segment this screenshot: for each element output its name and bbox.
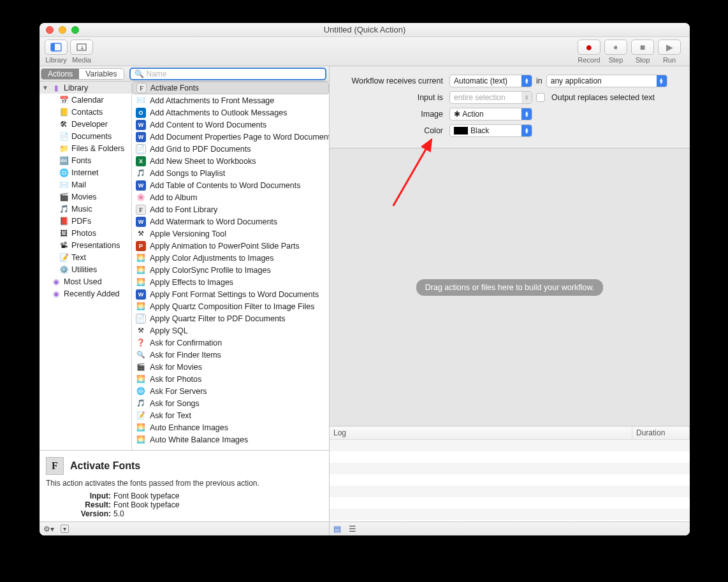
- smart-folder[interactable]: ◉Recently Added: [40, 287, 131, 300]
- category-item[interactable]: ✉️Mail: [40, 178, 131, 191]
- category-item[interactable]: 🔤Fonts: [40, 154, 131, 166]
- log-body: [330, 440, 690, 521]
- category-item[interactable]: 📽Presentations: [40, 239, 131, 251]
- action-item[interactable]: 🎵 Ask for Songs: [132, 397, 329, 409]
- action-item[interactable]: 🌅 Apply Color Adjustments to Images: [132, 252, 329, 264]
- action-icon: 🌸: [136, 193, 146, 203]
- action-icon: 🔍: [136, 350, 146, 360]
- tab-actions[interactable]: Actions: [41, 69, 79, 79]
- action-item[interactable]: 🎬 Ask for Movies: [132, 361, 329, 373]
- action-item[interactable]: P Apply Animation to PowerPoint Slide Pa…: [132, 240, 329, 252]
- action-item[interactable]: 🎵 Add Songs to Playlist: [132, 167, 329, 179]
- run-button[interactable]: ▶: [658, 40, 681, 55]
- media-label: Media: [70, 56, 93, 64]
- category-item[interactable]: 📅Calendar: [40, 94, 131, 106]
- category-item[interactable]: 🌐Internet: [40, 166, 131, 178]
- category-item[interactable]: 📒Contacts: [40, 106, 131, 118]
- action-item[interactable]: F Add to Font Library: [132, 203, 329, 215]
- action-label: Apply Effects to Images: [150, 278, 233, 287]
- duration-col-header[interactable]: Duration: [632, 426, 690, 439]
- action-icon: 📄: [136, 314, 146, 324]
- category-item[interactable]: 📕PDFs: [40, 215, 131, 227]
- action-item[interactable]: 🌅 Ask for Photos: [132, 373, 329, 385]
- record-button[interactable]: ●: [578, 40, 601, 55]
- category-item[interactable]: 🖼Photos: [40, 227, 131, 239]
- action-label: Apply Animation to PowerPoint Slide Part…: [150, 242, 300, 251]
- category-item[interactable]: 📝Text: [40, 251, 131, 263]
- action-item[interactable]: F Activate Fonts: [132, 82, 329, 94]
- search-field[interactable]: 🔍 Name: [129, 68, 327, 80]
- details-desc: This action activates the fonts passed f…: [46, 479, 323, 488]
- category-item[interactable]: 🛠Developer: [40, 118, 131, 130]
- action-details: F Activate Fonts This action activates t…: [40, 450, 329, 521]
- category-icon: 📅: [59, 95, 69, 105]
- category-item[interactable]: 🎬Movies: [40, 191, 131, 203]
- category-item[interactable]: ⚙️Utilities: [40, 263, 131, 275]
- action-label: Apply Color Adjustments to Images: [150, 254, 274, 263]
- action-label: Activate Fonts: [150, 84, 199, 92]
- action-item[interactable]: W Add Content to Word Documents: [132, 119, 329, 131]
- workflow-view-icon[interactable]: ▤: [333, 524, 341, 534]
- workflow-canvas[interactable]: Drag actions or files here to build your…: [330, 149, 690, 426]
- action-item[interactable]: 📄 Add Grid to PDF Documents: [132, 143, 329, 155]
- step-button[interactable]: ➧: [604, 40, 627, 55]
- action-label: Add Attachments to Front Message: [150, 96, 274, 105]
- log-col-header[interactable]: Log: [330, 426, 632, 439]
- action-item[interactable]: 🌅 Auto Enhance Images: [132, 421, 329, 433]
- action-item[interactable]: 🔍 Ask for Finder Items: [132, 349, 329, 361]
- log-view-icon[interactable]: ☰: [349, 524, 356, 534]
- action-item[interactable]: 🌅 Auto White Balance Images: [132, 433, 329, 446]
- action-icon: 📄: [136, 144, 146, 154]
- action-item[interactable]: ✉️ Add Attachments to Front Message: [132, 94, 329, 106]
- action-icon: P: [136, 241, 146, 251]
- tab-variables[interactable]: Variables: [79, 69, 123, 79]
- gear-menu-icon[interactable]: ⚙︎▾: [43, 525, 54, 534]
- toggle-details-icon[interactable]: ▾: [61, 525, 69, 533]
- library-tabs: Actions Variables: [41, 68, 124, 80]
- input-is-label: Input is: [337, 93, 446, 102]
- action-item[interactable]: X Add New Sheet to Workbooks: [132, 155, 329, 167]
- action-item[interactable]: 📝 Ask for Text: [132, 409, 329, 421]
- action-item[interactable]: W Add Watermark to Word Documents: [132, 215, 329, 228]
- toggle-library-button[interactable]: [45, 40, 68, 55]
- action-item[interactable]: 🌐 Ask For Servers: [132, 385, 329, 397]
- action-item[interactable]: ❓ Ask for Confirmation: [132, 337, 329, 349]
- action-item[interactable]: 📄 Apply Quartz Filter to PDF Documents: [132, 312, 329, 324]
- action-icon: W: [136, 289, 146, 300]
- category-library-header[interactable]: ▼ ▮ Library: [40, 82, 131, 94]
- action-item[interactable]: 🌸 Add to Album: [132, 191, 329, 203]
- action-icon: ❓: [136, 338, 146, 348]
- image-select[interactable]: ✱ Action▴▾: [449, 108, 532, 120]
- color-select[interactable]: Black▴▾: [449, 124, 532, 137]
- image-label: Image: [337, 110, 446, 119]
- right-footer: ▤ ☰: [330, 521, 690, 535]
- action-icon: 🎬: [136, 362, 146, 372]
- category-icon: 🛠: [59, 119, 69, 129]
- action-icon: X: [136, 156, 146, 166]
- action-item[interactable]: ⚒ Apple Versioning Tool: [132, 228, 329, 240]
- category-icon: 📽: [59, 240, 69, 251]
- action-item[interactable]: W Add Document Properties Page to Word D…: [132, 131, 329, 143]
- action-item[interactable]: 🌅 Apply ColorSync Profile to Images: [132, 264, 329, 276]
- color-swatch: [454, 127, 468, 135]
- smart-folder[interactable]: ◉Most Used: [40, 275, 131, 287]
- action-item[interactable]: W Apply Font Format Settings to Word Doc…: [132, 288, 329, 300]
- category-list[interactable]: ▼ ▮ Library 📅Calendar 📒Contacts 🛠Develop…: [40, 82, 132, 450]
- action-item[interactable]: ⚒ Apply SQL: [132, 324, 329, 337]
- toggle-media-button[interactable]: [70, 40, 93, 55]
- category-item[interactable]: 📄Documents: [40, 130, 131, 142]
- action-label: Add to Font Library: [150, 205, 217, 214]
- stop-button[interactable]: ■: [631, 40, 654, 55]
- action-item[interactable]: 🌅 Apply Quartz Composition Filter to Ima…: [132, 300, 329, 312]
- output-replaces-checkbox[interactable]: [536, 93, 545, 102]
- receives-select[interactable]: Automatic (text)▴▾: [449, 75, 532, 87]
- category-item[interactable]: 🎵Music: [40, 203, 131, 215]
- action-list[interactable]: F Activate Fonts ✉️ Add Attachments to F…: [132, 82, 329, 450]
- application-select[interactable]: any application▴▾: [546, 75, 667, 87]
- category-item[interactable]: 📁Files & Folders: [40, 142, 131, 154]
- action-item[interactable]: O Add Attachments to Outlook Messages: [132, 106, 329, 119]
- action-icon: 🌅: [136, 423, 146, 433]
- action-item[interactable]: 🌅 Apply Effects to Images: [132, 276, 329, 288]
- category-icon: 📒: [59, 107, 69, 117]
- action-item[interactable]: W Add Table of Contents to Word Document…: [132, 179, 329, 191]
